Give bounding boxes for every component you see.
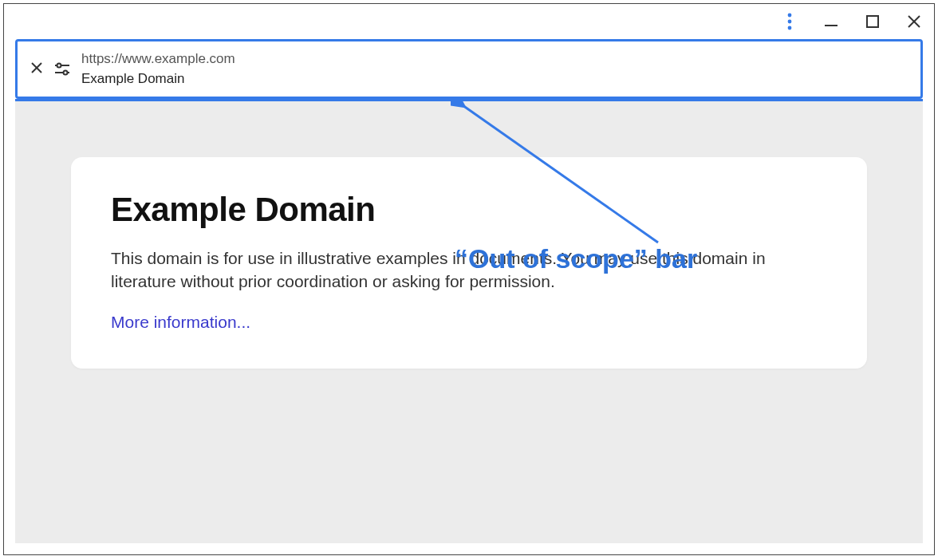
svg-point-10 [57,63,61,67]
svg-point-1 [788,20,792,24]
close-button[interactable] [901,10,928,34]
svg-point-0 [788,14,792,18]
page-heading: Example Domain [111,191,827,229]
filter-icon[interactable] [53,61,72,77]
titlebar [4,4,934,39]
page-title-text: Example Domain [81,70,235,89]
annotation-label: “Out of scope” bar [455,243,697,274]
app-window: https://www.example.com Example Domain E… [3,3,935,555]
svg-rect-4 [867,16,878,27]
minimize-button[interactable] [818,10,845,34]
kebab-menu-icon[interactable] [776,10,803,34]
content-area: Example Domain This domain is for use in… [15,99,923,543]
close-icon[interactable] [27,60,46,78]
url-info: https://www.example.com Example Domain [81,50,235,89]
more-info-link[interactable]: More information... [111,313,250,331]
address-bar: https://www.example.com Example Domain [15,39,923,99]
svg-point-12 [64,70,68,74]
maximize-button[interactable] [859,10,886,34]
url-text: https://www.example.com [81,50,235,69]
svg-point-2 [788,26,792,30]
